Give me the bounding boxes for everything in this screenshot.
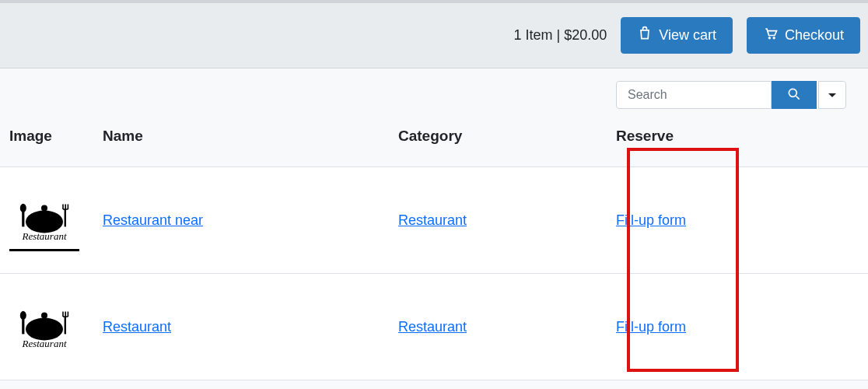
reserve-link[interactable]: Fill-up form	[616, 212, 686, 228]
svg-point-1	[773, 37, 775, 40]
svg-point-7	[20, 203, 26, 212]
svg-rect-8	[65, 209, 66, 226]
svg-point-12	[20, 311, 26, 320]
bag-icon	[637, 26, 653, 45]
category-link[interactable]: Restaurant	[398, 319, 467, 335]
cart-summary: 1 Item | $20.00	[513, 27, 607, 44]
header-category: Category	[389, 115, 607, 167]
table-row: Restaurant Restaurant near Restaurant Fi…	[0, 167, 868, 274]
header-reserve: Reserve	[607, 115, 868, 167]
search-input[interactable]	[616, 81, 772, 109]
svg-point-10	[41, 312, 47, 318]
category-link[interactable]: Restaurant	[398, 212, 467, 228]
search-button[interactable]	[772, 81, 817, 109]
search-group	[616, 81, 846, 109]
listing-table: Image Name Category Reserve Restaurant	[0, 115, 868, 380]
search-filter-dropdown[interactable]	[818, 81, 846, 109]
top-bar: 1 Item | $20.00 View cart Checkout	[0, 0, 868, 68]
svg-point-5	[41, 205, 47, 211]
name-link[interactable]: Restaurant near	[103, 212, 203, 228]
svg-rect-13	[65, 317, 66, 334]
svg-point-2	[789, 89, 796, 96]
view-cart-label: View cart	[659, 27, 716, 44]
view-cart-button[interactable]: View cart	[621, 17, 733, 54]
header-name: Name	[93, 115, 389, 167]
checkout-label: Checkout	[785, 27, 844, 44]
chevron-down-icon	[828, 93, 836, 97]
name-link[interactable]: Restaurant	[103, 319, 171, 335]
table-row: Restaurant Restaurant Restaurant Fill-up…	[0, 274, 868, 380]
search-icon	[786, 86, 802, 104]
checkout-button[interactable]: Checkout	[747, 17, 860, 54]
thumb-caption: Restaurant	[22, 230, 66, 243]
restaurant-logo-icon: Restaurant	[9, 296, 79, 358]
cart-icon	[763, 26, 779, 45]
svg-point-0	[768, 37, 771, 40]
header-image: Image	[0, 115, 93, 167]
svg-line-3	[796, 96, 800, 99]
restaurant-logo-icon: Restaurant	[9, 189, 79, 251]
thumb-caption: Restaurant	[22, 338, 66, 350]
search-row	[0, 68, 868, 115]
reserve-link[interactable]: Fill-up form	[616, 319, 686, 335]
